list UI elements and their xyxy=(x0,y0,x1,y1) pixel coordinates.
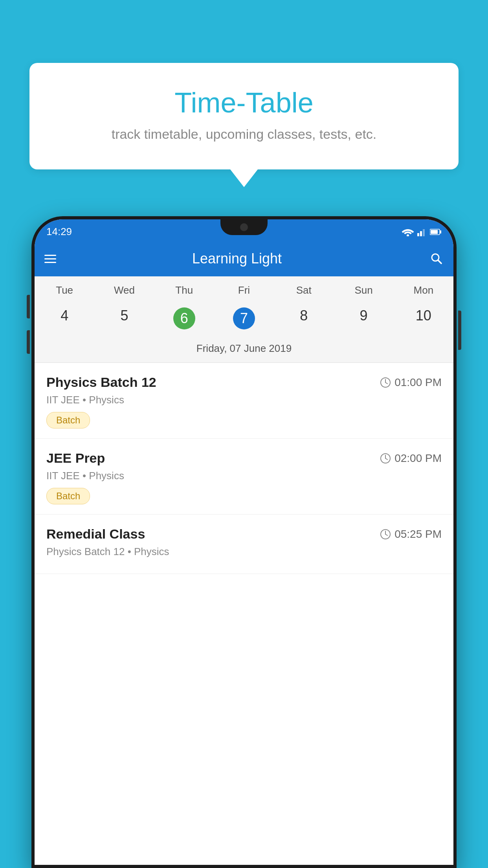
schedule-item-3[interactable]: Remedial Class 05:25 PM Physics Batch 12… xyxy=(35,515,453,574)
search-icon[interactable] xyxy=(429,252,444,266)
tooltip-container: Time-Table track timetable, upcoming cla… xyxy=(29,63,459,169)
menu-line-2 xyxy=(44,258,56,259)
schedule-item-3-header: Remedial Class 05:25 PM xyxy=(46,526,442,542)
schedule-item-1-header: Physics Batch 12 01:00 PM xyxy=(46,375,442,390)
side-button-vol-up xyxy=(27,295,30,318)
svg-rect-1 xyxy=(417,233,419,236)
date-6-today[interactable]: 6 xyxy=(154,304,214,333)
date-8[interactable]: 8 xyxy=(274,304,334,333)
schedule-time-1: 01:00 PM xyxy=(380,376,442,389)
schedule-list: Physics Batch 12 01:00 PM IIT JEE • Phys… xyxy=(35,363,453,574)
schedule-item-2-header: JEE Prep 02:00 PM xyxy=(46,451,442,466)
phone-screen: 14:29 xyxy=(35,219,453,865)
svg-rect-6 xyxy=(440,230,441,234)
selected-date-label: Friday, 07 June 2019 xyxy=(35,338,453,363)
schedule-title-3: Remedial Class xyxy=(46,526,145,542)
tooltip-title: Time-Table xyxy=(49,86,439,119)
battery-icon xyxy=(430,228,442,235)
menu-button[interactable] xyxy=(44,255,56,263)
svg-line-17 xyxy=(385,534,387,535)
day-tue[interactable]: Tue xyxy=(35,284,94,296)
date-9[interactable]: 9 xyxy=(334,304,393,333)
clock-icon-1 xyxy=(380,377,391,388)
calendar-days-header: Tue Wed Thu Fri Sat Sun Mon xyxy=(35,276,453,300)
batch-badge-2: Batch xyxy=(46,488,90,504)
svg-line-8 xyxy=(438,260,441,263)
svg-line-14 xyxy=(385,458,387,460)
schedule-subtitle-2: IIT JEE • Physics xyxy=(46,470,442,482)
schedule-subtitle-1: IIT JEE • Physics xyxy=(46,394,442,406)
signal-icon xyxy=(417,228,427,236)
clock-icon-2 xyxy=(380,452,391,464)
side-button-vol-down xyxy=(27,330,30,354)
svg-rect-2 xyxy=(420,231,422,236)
svg-rect-3 xyxy=(423,229,425,236)
status-time: 14:29 xyxy=(46,223,72,238)
phone-notch xyxy=(220,219,268,235)
clock-icon-3 xyxy=(380,528,391,540)
calendar-section: Tue Wed Thu Fri Sat Sun Mon 4 5 6 7 8 9 xyxy=(35,276,453,363)
wifi-icon xyxy=(402,228,414,236)
schedule-item-2[interactable]: JEE Prep 02:00 PM IIT JEE • Physics Batc… xyxy=(35,439,453,515)
date-7-selected[interactable]: 7 xyxy=(214,304,274,333)
tooltip-subtitle: track timetable, upcoming classes, tests… xyxy=(49,127,439,142)
batch-badge-1: Batch xyxy=(46,412,90,428)
day-wed[interactable]: Wed xyxy=(94,284,154,296)
svg-point-0 xyxy=(407,234,409,236)
app-bar: Learning Light xyxy=(35,241,453,276)
tooltip-bubble: Time-Table track timetable, upcoming cla… xyxy=(29,63,459,169)
schedule-subtitle-3: Physics Batch 12 • Physics xyxy=(46,546,442,558)
date-10[interactable]: 10 xyxy=(394,304,453,333)
day-thu[interactable]: Thu xyxy=(154,284,214,296)
day-sun[interactable]: Sun xyxy=(334,284,393,296)
date-5[interactable]: 5 xyxy=(94,304,154,333)
menu-line-3 xyxy=(44,262,56,263)
calendar-dates: 4 5 6 7 8 9 10 xyxy=(35,300,453,338)
schedule-time-2: 02:00 PM xyxy=(380,452,442,465)
schedule-time-3: 05:25 PM xyxy=(380,528,442,541)
svg-rect-5 xyxy=(431,230,438,234)
status-icons xyxy=(402,224,442,236)
date-4[interactable]: 4 xyxy=(35,304,94,333)
phone-frame: 14:29 xyxy=(31,216,457,868)
menu-line-1 xyxy=(44,255,56,256)
day-fri[interactable]: Fri xyxy=(214,284,274,296)
side-button-power xyxy=(458,311,461,350)
day-mon[interactable]: Mon xyxy=(394,284,453,296)
schedule-title-2: JEE Prep xyxy=(46,451,105,466)
day-sat[interactable]: Sat xyxy=(274,284,334,296)
schedule-item-1[interactable]: Physics Batch 12 01:00 PM IIT JEE • Phys… xyxy=(35,363,453,439)
front-camera xyxy=(240,223,248,231)
schedule-title-1: Physics Batch 12 xyxy=(46,375,156,390)
svg-line-11 xyxy=(385,383,387,384)
app-title: Learning Light xyxy=(64,250,410,267)
